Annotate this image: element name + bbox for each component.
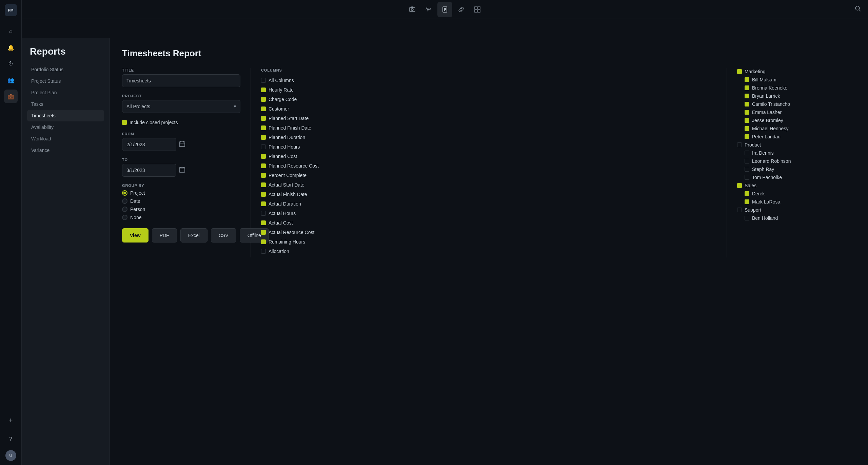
resource-emma-checkbox[interactable] bbox=[745, 110, 749, 115]
col-planned-start[interactable]: Planned Start Date bbox=[261, 115, 716, 122]
col-allocation-checkbox[interactable] bbox=[261, 249, 266, 254]
col-remaining-hours[interactable]: Remaining Hours bbox=[261, 238, 716, 245]
col-actual-start[interactable]: Actual Start Date bbox=[261, 181, 716, 188]
sidebar-item-project-status[interactable]: Project Status bbox=[27, 75, 104, 87]
col-actual-finish-checkbox[interactable] bbox=[261, 192, 266, 197]
resource-steph-checkbox[interactable] bbox=[745, 167, 749, 172]
resource-michael-checkbox[interactable] bbox=[745, 126, 749, 131]
home-icon[interactable]: ⌂ bbox=[4, 24, 18, 38]
sidebar-item-availability[interactable]: Availability bbox=[27, 121, 104, 133]
group-by-date[interactable]: Date bbox=[122, 198, 240, 204]
col-planned-hours[interactable]: Planned Hours bbox=[261, 143, 716, 150]
resource-support-checkbox[interactable] bbox=[737, 208, 742, 212]
radio-none[interactable] bbox=[122, 215, 127, 220]
col-allocation[interactable]: Allocation bbox=[261, 248, 716, 255]
col-remaining-hours-checkbox[interactable] bbox=[261, 239, 266, 244]
resource-tom-checkbox[interactable] bbox=[745, 175, 749, 180]
col-planned-hours-checkbox[interactable] bbox=[261, 144, 266, 149]
resource-bryan-larrick-checkbox[interactable] bbox=[745, 94, 749, 98]
col-customer[interactable]: Customer bbox=[261, 105, 716, 112]
col-actual-duration-checkbox[interactable] bbox=[261, 201, 266, 206]
col-planned-finish[interactable]: Planned Finish Date bbox=[261, 124, 716, 131]
title-input[interactable] bbox=[122, 74, 240, 87]
from-date-input[interactable] bbox=[122, 138, 176, 151]
resource-brenna-koeneke-checkbox[interactable] bbox=[745, 85, 749, 90]
resource-bill-malsam[interactable]: Bill Malsam bbox=[737, 76, 856, 83]
sidebar-item-project-plan[interactable]: Project Plan bbox=[27, 87, 104, 98]
help-icon[interactable]: ? bbox=[4, 432, 18, 446]
col-charge-code[interactable]: Charge Code bbox=[261, 96, 716, 103]
radio-project[interactable] bbox=[122, 190, 127, 196]
col-actual-finish[interactable]: Actual Finish Date bbox=[261, 191, 716, 198]
pdf-button[interactable]: PDF bbox=[152, 228, 177, 243]
col-planned-resource-cost[interactable]: Planned Resource Cost bbox=[261, 162, 716, 169]
resource-peter-landau[interactable]: Peter Landau bbox=[737, 133, 856, 140]
col-actual-hours[interactable]: Actual Hours bbox=[261, 210, 716, 217]
bell-icon[interactable]: 🔔 bbox=[4, 41, 18, 54]
calendar-from-icon[interactable] bbox=[179, 141, 185, 148]
group-by-person[interactable]: Person bbox=[122, 207, 240, 212]
col-hourly-rate[interactable]: Hourly Rate bbox=[261, 86, 716, 93]
search-icon[interactable] bbox=[854, 5, 861, 14]
resource-mark-larosa[interactable]: Mark LaRosa bbox=[737, 198, 856, 205]
resource-brenna-koeneke[interactable]: Brenna Koeneke bbox=[737, 84, 856, 91]
col-charge-code-checkbox[interactable] bbox=[261, 97, 266, 102]
users-icon[interactable]: 👥 bbox=[4, 73, 18, 87]
resource-leonard-checkbox[interactable] bbox=[745, 159, 749, 163]
resource-marketing-checkbox[interactable] bbox=[737, 69, 742, 74]
include-closed-row[interactable]: Include closed projects bbox=[122, 120, 240, 125]
resource-ira-checkbox[interactable] bbox=[745, 151, 749, 155]
resource-derek[interactable]: Derek bbox=[737, 190, 856, 197]
avatar[interactable]: U bbox=[5, 450, 16, 461]
col-all-columns-checkbox[interactable] bbox=[261, 78, 266, 83]
resource-jesse-bromley[interactable]: Jesse Bromley bbox=[737, 117, 856, 124]
link-icon[interactable] bbox=[454, 2, 469, 17]
resource-sales-checkbox[interactable] bbox=[737, 183, 742, 188]
resource-product-checkbox[interactable] bbox=[737, 142, 742, 147]
resource-camilo-checkbox[interactable] bbox=[745, 102, 749, 106]
resource-ira-dennis[interactable]: Ira Dennis bbox=[737, 150, 856, 156]
sidebar-item-variance[interactable]: Variance bbox=[27, 144, 104, 156]
col-actual-duration[interactable]: Actual Duration bbox=[261, 200, 716, 207]
calendar-to-icon[interactable] bbox=[179, 167, 185, 174]
group-by-project[interactable]: Project bbox=[122, 190, 240, 196]
col-planned-finish-checkbox[interactable] bbox=[261, 125, 266, 130]
resource-jesse-checkbox[interactable] bbox=[745, 118, 749, 123]
resource-leonard-robinson[interactable]: Leonard Robinson bbox=[737, 158, 856, 164]
col-customer-checkbox[interactable] bbox=[261, 106, 266, 111]
col-actual-start-checkbox[interactable] bbox=[261, 182, 266, 187]
col-actual-resource-cost[interactable]: Actual Resource Cost bbox=[261, 229, 716, 236]
resource-steph-ray[interactable]: Steph Ray bbox=[737, 166, 856, 173]
col-planned-start-checkbox[interactable] bbox=[261, 116, 266, 121]
view-button[interactable]: View bbox=[122, 228, 149, 243]
group-by-none[interactable]: None bbox=[122, 215, 240, 220]
resource-derek-checkbox[interactable] bbox=[745, 191, 749, 196]
resource-tom-pacholke[interactable]: Tom Pacholke bbox=[737, 174, 856, 181]
clock-icon[interactable]: ⏱ bbox=[4, 57, 18, 71]
col-planned-duration-checkbox[interactable] bbox=[261, 135, 266, 140]
resource-ben-holland[interactable]: Ben Holland bbox=[737, 215, 856, 221]
col-planned-resource-cost-checkbox[interactable] bbox=[261, 163, 266, 168]
resource-bill-malsam-checkbox[interactable] bbox=[745, 77, 749, 82]
to-date-input[interactable] bbox=[122, 164, 176, 177]
sidebar-item-portfolio-status[interactable]: Portfolio Status bbox=[27, 64, 104, 75]
csv-button[interactable]: CSV bbox=[211, 228, 236, 243]
radio-person[interactable] bbox=[122, 207, 127, 212]
resource-michael-hennesy[interactable]: Michael Hennesy bbox=[737, 125, 856, 132]
add-icon[interactable]: + bbox=[4, 413, 18, 427]
screenshot-icon[interactable] bbox=[405, 2, 420, 17]
col-percent-complete[interactable]: Percent Complete bbox=[261, 172, 716, 179]
activity-icon[interactable] bbox=[421, 2, 436, 17]
col-planned-cost[interactable]: Planned Cost bbox=[261, 153, 716, 160]
briefcase-icon[interactable]: 💼 bbox=[4, 90, 18, 103]
col-planned-duration[interactable]: Planned Duration bbox=[261, 134, 716, 141]
excel-button[interactable]: Excel bbox=[180, 228, 208, 243]
col-actual-resource-cost-checkbox[interactable] bbox=[261, 230, 266, 235]
resource-emma-lasher[interactable]: Emma Lasher bbox=[737, 109, 856, 116]
sidebar-item-timesheets[interactable]: Timesheets bbox=[27, 110, 104, 121]
sidebar-item-tasks[interactable]: Tasks bbox=[27, 98, 104, 110]
col-planned-cost-checkbox[interactable] bbox=[261, 154, 266, 159]
resource-ben-checkbox[interactable] bbox=[745, 216, 749, 220]
resource-mark-checkbox[interactable] bbox=[745, 199, 749, 204]
col-hourly-rate-checkbox[interactable] bbox=[261, 88, 266, 92]
